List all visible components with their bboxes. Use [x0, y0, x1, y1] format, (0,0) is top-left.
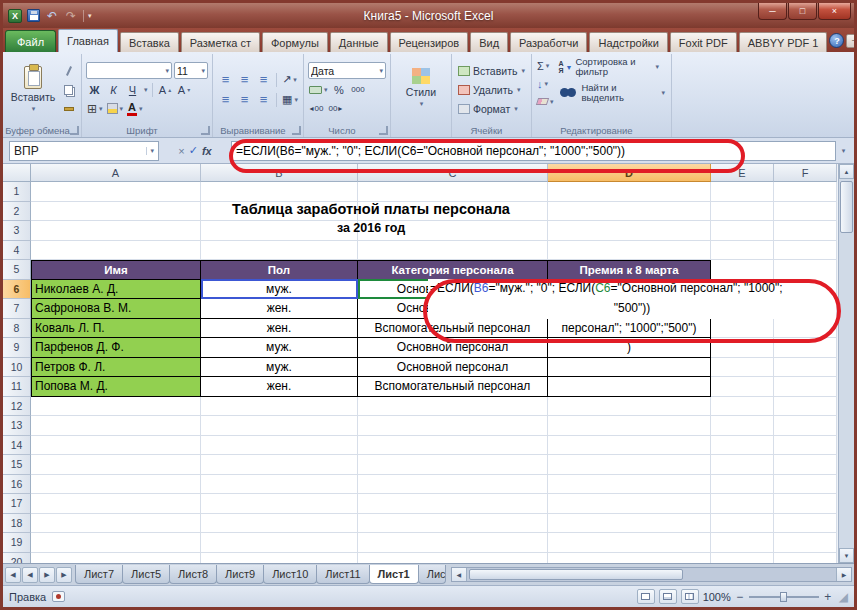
excel-logo-icon[interactable]: X: [8, 9, 22, 23]
sheet-subtitle-cell[interactable]: за 2016 год: [31, 221, 711, 241]
horizontal-scrollbar[interactable]: ◀ ▶: [451, 567, 852, 582]
cell-F17[interactable]: [774, 494, 837, 514]
cell-A1[interactable]: [31, 182, 201, 202]
expand-formula-bar-button[interactable]: ▾: [836, 141, 851, 161]
fill-color-button[interactable]: ▾: [106, 100, 125, 117]
clipboard-dialog-launcher[interactable]: [70, 126, 79, 135]
help-button[interactable]: ?: [829, 33, 844, 48]
name-box[interactable]: ВПР ▾: [9, 141, 159, 161]
ribbon-tab-Вставка[interactable]: Вставка: [120, 32, 179, 52]
vertical-scroll-thumb[interactable]: [840, 181, 853, 233]
row-header-20[interactable]: 20: [3, 553, 31, 564]
row-header-18[interactable]: 18: [3, 514, 31, 534]
scroll-down-button[interactable]: ▼: [839, 548, 854, 563]
column-header-D[interactable]: D: [548, 164, 711, 182]
ribbon-tab-Надстройки[interactable]: Надстройки: [589, 32, 667, 52]
cell-C15[interactable]: [358, 455, 548, 475]
underline-button[interactable]: Ч: [124, 81, 141, 98]
sort-filter-button[interactable]: АЯ▼ Сортировка и фильтр ▾: [556, 55, 667, 80]
format-painter-button[interactable]: [60, 100, 77, 117]
cell-C5[interactable]: Категория персонала: [358, 260, 548, 280]
column-header-F[interactable]: F: [774, 164, 837, 182]
format-cells-button[interactable]: Формат▾: [456, 100, 527, 118]
cell-F13[interactable]: [774, 416, 837, 436]
view-normal-button[interactable]: [637, 589, 655, 604]
scroll-right-button[interactable]: ▶: [836, 568, 851, 581]
cell-D14[interactable]: [548, 436, 711, 456]
column-header-B[interactable]: B: [201, 164, 358, 182]
select-all-corner[interactable]: [3, 164, 31, 182]
cell-B18[interactable]: [201, 514, 358, 534]
cell-E16[interactable]: [711, 475, 774, 495]
column-header-A[interactable]: A: [31, 164, 201, 182]
clear-button[interactable]: ▾: [536, 93, 555, 110]
scroll-up-button[interactable]: ▲: [839, 164, 854, 179]
cell-B1[interactable]: [201, 182, 358, 202]
cell-A20[interactable]: [31, 553, 201, 564]
alignment-dialog-launcher[interactable]: [292, 126, 301, 135]
cell-D4[interactable]: [548, 241, 711, 261]
find-select-button[interactable]: Найти и выделить ▾: [556, 81, 667, 106]
bold-button[interactable]: Ж: [86, 81, 103, 98]
cell-D13[interactable]: [548, 416, 711, 436]
row-header-1[interactable]: 1: [3, 182, 31, 202]
cell-E20[interactable]: [711, 553, 774, 564]
minimize-button[interactable]: ─: [758, 3, 787, 20]
cell-C12[interactable]: [358, 397, 548, 417]
cell-A14[interactable]: [31, 436, 201, 456]
cell-E3[interactable]: [711, 221, 774, 241]
cell-D10[interactable]: [548, 358, 711, 378]
column-header-E[interactable]: E: [711, 164, 774, 182]
cell-B10[interactable]: муж.: [201, 358, 358, 378]
cell-E1[interactable]: [711, 182, 774, 202]
cell-A4[interactable]: [31, 241, 201, 261]
cell-C14[interactable]: [358, 436, 548, 456]
sheet-tab-Лист11[interactable]: Лист11: [316, 565, 369, 584]
cell-A13[interactable]: [31, 416, 201, 436]
cell-D5[interactable]: Премия к 8 марта: [548, 260, 711, 280]
font-name-select[interactable]: ▾: [86, 62, 172, 79]
shrink-font-button[interactable]: А▾: [176, 81, 193, 98]
cell-F10[interactable]: [774, 358, 837, 378]
font-dialog-launcher[interactable]: [201, 126, 210, 135]
cell-D18[interactable]: [548, 514, 711, 534]
sheet-tab-Лист10[interactable]: Лист10: [263, 565, 317, 584]
cut-button[interactable]: [60, 62, 77, 79]
horizontal-scroll-thumb[interactable]: [469, 569, 683, 580]
cell-A5[interactable]: Имя: [31, 260, 201, 280]
cell-D9[interactable]: ): [548, 338, 711, 358]
cell-F5[interactable]: [774, 260, 837, 280]
cell-A6[interactable]: Николаев А. Д.: [31, 280, 201, 300]
sheet-tab-Лист8[interactable]: Лист8: [169, 565, 217, 584]
workbook-minimize-button[interactable]: ─: [846, 34, 857, 48]
cell-C17[interactable]: [358, 494, 548, 514]
next-sheet-button[interactable]: ▶: [39, 567, 55, 583]
grow-font-button[interactable]: А▴: [157, 81, 174, 98]
cell-B13[interactable]: [201, 416, 358, 436]
cell-A9[interactable]: Парфенов Д. Ф.: [31, 338, 201, 358]
fill-button[interactable]: ↓▾: [536, 75, 555, 92]
cell-B15[interactable]: [201, 455, 358, 475]
cell-B9[interactable]: муж.: [201, 338, 358, 358]
cell-C8[interactable]: Вспомогательный персонал: [358, 319, 548, 339]
cell-D16[interactable]: [548, 475, 711, 495]
zoom-slider-thumb[interactable]: [780, 592, 787, 602]
ribbon-tab-Foxit PDF[interactable]: Foxit PDF: [670, 32, 737, 52]
cell-E10[interactable]: [711, 358, 774, 378]
orientation-button[interactable]: ↗▾: [281, 71, 298, 88]
maximize-button[interactable]: □: [788, 3, 817, 20]
insert-function-button[interactable]: fx: [202, 145, 212, 157]
ribbon-tab-Вид[interactable]: Вид: [470, 32, 508, 52]
macro-record-button[interactable]: [52, 591, 65, 602]
cell-B8[interactable]: жен.: [201, 319, 358, 339]
redo-button[interactable]: ↷: [63, 8, 79, 24]
ribbon-tab-Рецензиров[interactable]: Рецензиров: [390, 32, 469, 52]
cell-C16[interactable]: [358, 475, 548, 495]
zoom-in-button[interactable]: +: [823, 590, 833, 604]
cell-B6[interactable]: муж.: [201, 280, 358, 300]
row-header-12[interactable]: 12: [3, 397, 31, 417]
row-header-11[interactable]: 11: [3, 377, 31, 397]
formula-input[interactable]: =ЕСЛИ(B6="муж."; "0"; ЕСЛИ(C6="Основной …: [231, 141, 836, 161]
cell-B11[interactable]: жен.: [201, 377, 358, 397]
close-button[interactable]: ×: [818, 3, 851, 20]
